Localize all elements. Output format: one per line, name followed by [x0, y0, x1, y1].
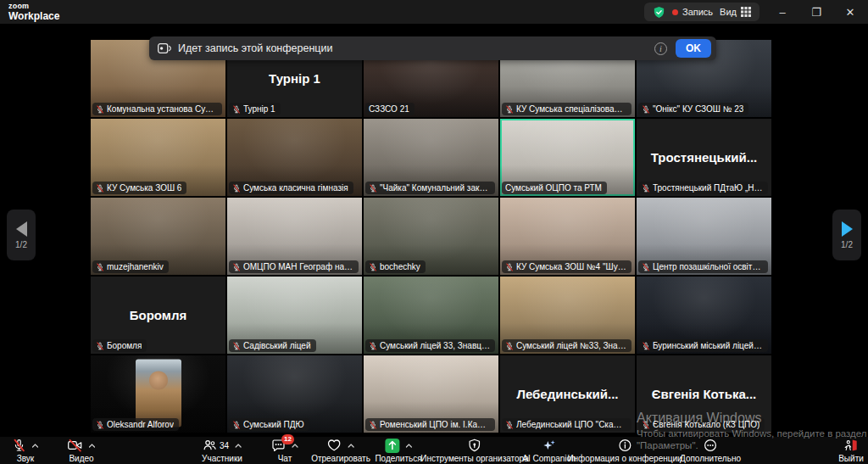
video-tile[interactable]: Сумський ліцей 33, Знавці краєзнав...	[364, 277, 498, 354]
caret[interactable]	[32, 444, 39, 448]
participant-name-label: КУ Сумська ЗОШ №4 "Шукачі Скар...	[502, 260, 632, 273]
participant-name-label: Роменський ЦПО ім. І.Кавалерідзе	[365, 418, 495, 431]
video-tile[interactable]: Лебединський... Лебединський ЦПО "Скарби…	[500, 355, 635, 433]
restore-button[interactable]: ❐	[805, 6, 827, 19]
mic-off-icon	[642, 105, 650, 114]
caret[interactable]	[405, 444, 412, 448]
participant-name-label: ОМЦПО МАН Географ науковець	[229, 260, 359, 273]
share-button[interactable]: Поделиться	[375, 438, 421, 463]
recording-dot-icon	[672, 9, 678, 15]
mic-off-icon	[642, 421, 650, 429]
mic-off-icon	[642, 263, 650, 271]
participant-name-label: Турнір 1	[229, 103, 281, 115]
react-button[interactable]: Отреагировать	[311, 438, 370, 463]
chevron-up-icon	[235, 444, 242, 448]
chevron-up-icon	[292, 444, 298, 448]
participant-name-label: Євгенія Котькало (КЗ ЦПО)	[638, 418, 765, 431]
participant-name-label: Садівський ліцей	[229, 339, 316, 352]
video-tile[interactable]: КУ Сумська ЗОШ 6	[91, 119, 225, 196]
exit-icon	[843, 439, 858, 452]
participant-name-label: Oleksandr Alforov	[92, 418, 179, 431]
more-button[interactable]: Дополнительно	[680, 438, 741, 463]
video-tile[interactable]: Боромля Боромля	[91, 277, 225, 354]
chevron-right-icon	[842, 221, 853, 237]
minimize-button[interactable]: –	[771, 6, 793, 19]
video-tile[interactable]: bochechky	[364, 198, 498, 275]
ok-button[interactable]: OK	[676, 39, 711, 58]
gallery-grid-icon	[741, 7, 751, 17]
people-icon	[203, 439, 217, 452]
video-tile[interactable]: Роменський ЦПО ім. І.Кавалерідзе	[364, 355, 498, 433]
participants-button[interactable]: 34 Участники	[202, 438, 242, 463]
video-tile[interactable]: "Чайка" Комунальний заклад позаш...	[364, 119, 498, 196]
video-tile[interactable]: Буринський міський ліцей №2 імені...	[637, 277, 771, 354]
participant-name-label: Сумський ОЦПО та РТМ	[502, 182, 607, 194]
participant-name-label: Лебединський ЦПО "Скарби нації"	[502, 418, 632, 431]
participant-name-label: bochechky	[365, 260, 426, 273]
video-tile[interactable]: КУ Сумська ЗОШ №4 "Шукачі Скар...	[500, 198, 635, 275]
sparkle-icon	[542, 439, 557, 452]
video-tile[interactable]: Сумський ОЦПО та РТМ	[500, 119, 635, 196]
more-icon	[704, 439, 717, 452]
mic-off-icon	[642, 184, 650, 193]
audio-button[interactable]: Звук	[13, 438, 39, 463]
video-tile[interactable]: Oleksandr Alforov	[91, 355, 225, 433]
title-bar: zoom Workplace Запись Вид	[0, 0, 868, 24]
participant-name-label: Тростянецький ПДтаЮ „Нова Форт...	[638, 182, 768, 194]
mic-off-icon	[96, 263, 104, 271]
caret[interactable]	[89, 444, 96, 448]
video-tile[interactable]: Сумський ліцей №33, Знавці краєз...	[500, 277, 635, 354]
caret[interactable]	[348, 444, 354, 448]
leave-button[interactable]: Выйти	[838, 438, 864, 463]
chat-button[interactable]: 12 Чат	[271, 438, 298, 463]
meeting-status-pill: Запись Вид	[644, 3, 760, 21]
next-page-button[interactable]: 1/2	[832, 210, 861, 260]
heart-icon	[326, 439, 342, 452]
meeting-toolbar: Звук Видео 34 Участники 12 Чат Отреагиро…	[0, 437, 868, 464]
video-tile[interactable]: Євгенія Котька... Євгенія Котькало (КЗ Ц…	[637, 355, 771, 433]
video-tile[interactable]: Тростянецький... Тростянецький ПДтаЮ „Но…	[637, 119, 771, 196]
video-tile[interactable]: Садівський ліцей	[227, 277, 362, 354]
video-button[interactable]: Видео	[68, 438, 96, 463]
recording-camera-icon	[158, 43, 171, 53]
mic-off-icon	[96, 342, 104, 350]
video-tile[interactable]: muzejhanenkiv	[91, 198, 225, 275]
view-button[interactable]: Вид	[720, 7, 751, 17]
mic-off-icon	[232, 421, 241, 429]
chevron-up-icon	[32, 444, 39, 448]
caret[interactable]	[292, 444, 298, 448]
info-icon[interactable]: i	[654, 42, 667, 55]
mic-off-icon	[369, 421, 377, 429]
mic-off-icon	[96, 421, 104, 429]
mic-off-icon	[232, 184, 241, 193]
recording-indicator[interactable]: Запись	[672, 7, 713, 17]
video-tile[interactable]: Сумська класична гімназія	[227, 119, 362, 196]
participant-name-label: КУ Сумська спеціалізована школа ...	[502, 103, 632, 115]
mic-off-icon	[369, 184, 377, 193]
caret[interactable]	[235, 444, 242, 448]
cam-off-icon	[68, 439, 83, 452]
recording-banner: Идет запись этой конференции i OK	[149, 36, 716, 60]
participant-name-label: СЗЗСО 21	[365, 103, 415, 115]
participant-name-label: "Онікс" КУ СЗОШ № 23	[638, 103, 748, 115]
mic-off-icon	[505, 421, 514, 429]
info-button[interactable]: Информация о конференции	[567, 438, 682, 463]
previous-page-button[interactable]: 1/2	[7, 210, 36, 260]
mic-off-icon	[505, 263, 514, 271]
mic-off-icon	[232, 263, 241, 271]
video-tile[interactable]: Центр позашкільної освіти Кролеве...	[637, 198, 771, 275]
mic-off-icon	[505, 342, 514, 350]
page-indicator: 1/2	[841, 240, 853, 249]
mic-off-icon	[369, 263, 377, 271]
chevron-up-icon	[405, 444, 412, 448]
security-shield-icon[interactable]	[653, 6, 665, 19]
zoom-workplace-logo: zoom Workplace	[8, 3, 59, 21]
participant-name-label: muzejhanenkiv	[92, 260, 169, 273]
host-tools-button[interactable]: Инструменты организатора	[420, 438, 528, 463]
share-icon	[385, 439, 399, 453]
participant-name-label: "Чайка" Комунальний заклад позаш...	[365, 182, 495, 194]
video-tile[interactable]: Сумський ПДЮ	[227, 355, 362, 433]
close-button[interactable]: ✕	[839, 6, 861, 19]
participant-name-label: Сумський ліцей 33, Знавці краєзнав...	[365, 339, 495, 352]
video-tile[interactable]: ОМЦПО МАН Географ науковець	[227, 198, 362, 275]
